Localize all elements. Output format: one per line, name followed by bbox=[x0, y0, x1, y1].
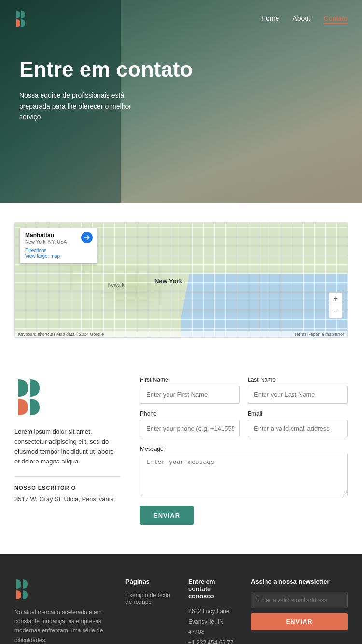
form-first-name-group: First Name bbox=[140, 377, 240, 404]
form-message-group: Message bbox=[140, 444, 348, 498]
newsletter-submit-button[interactable]: ENVIAR bbox=[251, 613, 348, 630]
map-inner: New York Newark Manhattan New York, NY, … bbox=[15, 223, 347, 337]
nav-links: Home About Contato bbox=[261, 14, 348, 24]
footer: No atual mercado acelerado e em constant… bbox=[0, 554, 362, 644]
footer-contact: Entre em contato conosco 2622 Lucy Lane … bbox=[188, 578, 237, 644]
map-zoom-controls: + − bbox=[329, 292, 342, 318]
footer-newsletter-title: Assine a nossa newsletter bbox=[251, 578, 348, 585]
newsletter-input[interactable] bbox=[251, 592, 348, 608]
nav-home[interactable]: Home bbox=[261, 14, 279, 24]
form-last-name-group: Last Name bbox=[248, 377, 348, 404]
footer-grid: No atual mercado acelerado e em constant… bbox=[14, 578, 348, 644]
map-direction-icon bbox=[81, 232, 93, 243]
footer-contact-phone: +1 232 454 66 77 bbox=[188, 638, 237, 644]
map-zoom-in[interactable]: + bbox=[329, 293, 342, 305]
contact-form: First Name Last Name Phone Email Message… bbox=[140, 377, 348, 525]
map-zoom-out[interactable]: − bbox=[329, 305, 342, 318]
submit-button[interactable]: ENVIAR bbox=[140, 506, 194, 525]
first-name-label: First Name bbox=[140, 377, 240, 383]
hero-title: Entre em contato bbox=[19, 58, 343, 81]
last-name-input[interactable] bbox=[248, 386, 348, 404]
phone-label: Phone bbox=[140, 410, 240, 417]
map-view-larger-link[interactable]: View larger map bbox=[25, 253, 60, 259]
message-label: Message bbox=[140, 446, 164, 452]
nav-about[interactable]: About bbox=[292, 14, 310, 24]
footer-brand: No atual mercado acelerado e em constant… bbox=[14, 578, 111, 644]
footer-newsletter: Assine a nossa newsletter ENVIAR bbox=[251, 578, 348, 644]
map-container[interactable]: New York Newark Manhattan New York, NY, … bbox=[14, 222, 348, 338]
form-phone-group: Phone bbox=[140, 410, 240, 437]
office-address: 3517 W. Gray St. Utica, Pensilvânia bbox=[14, 494, 121, 504]
footer-pages: Páginas Exemplo de texto de rodapé bbox=[125, 578, 174, 644]
map-footer-right: Terms Report a map error bbox=[294, 332, 344, 336]
contact-description: Lorem ipsum dolor sit amet, consectetur … bbox=[14, 427, 121, 467]
email-label: Email bbox=[248, 410, 348, 417]
nav-contact[interactable]: Contato bbox=[324, 14, 348, 24]
map-directions-link[interactable]: Directions bbox=[25, 248, 46, 253]
navbar: Home About Contato bbox=[0, 0, 362, 39]
form-name-row: First Name Last Name bbox=[140, 377, 348, 404]
map-marker-links: Directions bbox=[25, 248, 92, 253]
footer-contact-address: 2622 Lucy Lane Evansville, IN 47708 bbox=[188, 606, 237, 638]
map-section: New York Newark Manhattan New York, NY, … bbox=[0, 203, 362, 357]
contact-section: Lorem ipsum dolor sit amet, consectetur … bbox=[0, 357, 362, 554]
nav-logo[interactable] bbox=[14, 9, 38, 30]
map-info-window: Manhattan New York, NY, USA Directions V… bbox=[20, 227, 97, 263]
contact-logo bbox=[14, 377, 68, 415]
map-footer: Keyboard shortcuts Map data ©2024 Google… bbox=[15, 331, 347, 337]
last-name-label: Last Name bbox=[248, 377, 348, 383]
footer-contact-title: Entre em contato conosco bbox=[188, 578, 237, 600]
footer-description: No atual mercado acelerado e em constant… bbox=[14, 608, 111, 644]
map-label-new-york: New York bbox=[154, 278, 182, 285]
map-footer-left: Keyboard shortcuts Map data ©2024 Google bbox=[18, 332, 104, 336]
email-input[interactable] bbox=[248, 420, 348, 437]
phone-input[interactable] bbox=[140, 420, 240, 437]
footer-pages-title: Páginas bbox=[125, 578, 174, 585]
office-title: NOSSO ESCRITÓRIO bbox=[14, 485, 121, 490]
message-input[interactable] bbox=[140, 453, 348, 496]
hero-subtitle: Nossa equipe de profissionais está prepa… bbox=[19, 90, 135, 122]
first-name-input[interactable] bbox=[140, 386, 240, 404]
footer-pages-link[interactable]: Exemplo de texto de rodapé bbox=[125, 592, 174, 605]
contact-left: Lorem ipsum dolor sit amet, consectetur … bbox=[14, 377, 121, 504]
form-contact-row: Phone Email bbox=[140, 410, 348, 437]
map-label-newark: Newark bbox=[108, 282, 125, 288]
footer-logo bbox=[14, 578, 43, 599]
footer-contact-info: 2622 Lucy Lane Evansville, IN 47708 +1 2… bbox=[188, 606, 237, 644]
contact-divider bbox=[14, 476, 121, 477]
form-email-group: Email bbox=[248, 410, 348, 437]
